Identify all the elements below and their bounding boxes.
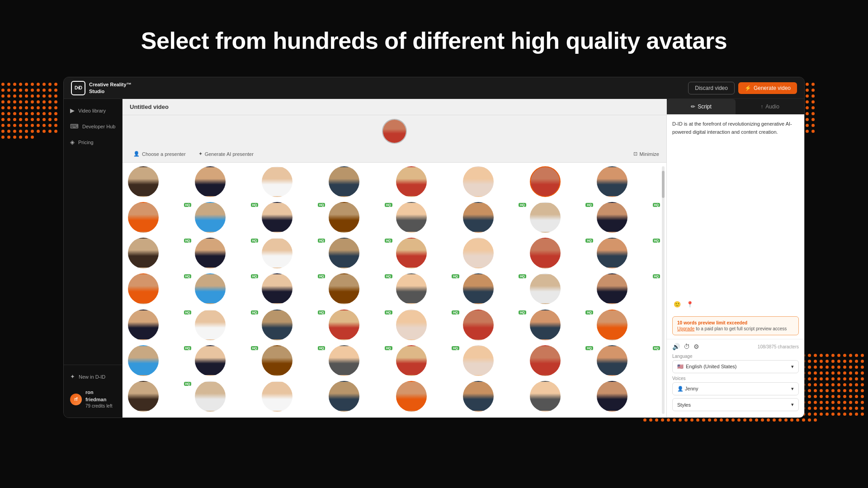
list-item[interactable]: HQ bbox=[396, 273, 460, 306]
list-item[interactable] bbox=[530, 273, 594, 306]
list-item[interactable] bbox=[463, 166, 527, 199]
chevron-down-icon: ▾ bbox=[791, 364, 794, 370]
clock-icon[interactable]: ⏱ bbox=[684, 343, 690, 350]
list-item[interactable] bbox=[396, 238, 460, 271]
list-item[interactable]: HQ bbox=[128, 273, 192, 306]
emoji-icon[interactable]: 🙂 bbox=[672, 299, 682, 309]
pricing-icon: ◈ bbox=[70, 139, 75, 145]
list-item[interactable]: HQ bbox=[597, 273, 661, 306]
list-item[interactable] bbox=[195, 381, 259, 414]
tab-script[interactable]: ✏ Script bbox=[667, 99, 736, 114]
minimize-icon: ⊡ bbox=[633, 151, 637, 157]
list-item[interactable]: HQ bbox=[396, 310, 460, 343]
settings-icon[interactable]: ⚙ bbox=[693, 343, 699, 350]
editor-header: Untitled video bbox=[123, 99, 666, 115]
warning-box: 10 words preview limit exceeded Upgrade … bbox=[672, 316, 799, 335]
list-item[interactable] bbox=[262, 381, 326, 414]
new-icon: ✦ bbox=[70, 373, 75, 380]
avatar-grid: HQ HQ HQ HQ HQ HQ HQ HQ HQ HQ HQ HQ bbox=[123, 163, 666, 418]
sidebar: ▶ Video library ⌨ Developer Hub ◈ Pricin… bbox=[64, 99, 123, 418]
list-item[interactable]: HQ bbox=[128, 345, 192, 378]
app-window: D·iD Creative Reality™ Studio Discard vi… bbox=[63, 77, 805, 418]
list-item[interactable]: HQ bbox=[128, 238, 192, 271]
voice-select[interactable]: 👤 Jenny ▾ bbox=[672, 382, 799, 395]
logo-area: D·iD Creative Reality™ Studio bbox=[71, 81, 132, 95]
list-item[interactable]: HQ bbox=[597, 238, 661, 271]
list-item[interactable]: HQ bbox=[329, 202, 393, 235]
list-item[interactable] bbox=[329, 381, 393, 414]
list-item[interactable] bbox=[396, 381, 460, 414]
list-item[interactable] bbox=[530, 381, 594, 414]
list-item[interactable] bbox=[463, 381, 527, 414]
list-item[interactable]: HQ bbox=[329, 273, 393, 306]
list-item[interactable] bbox=[396, 202, 460, 235]
list-item[interactable]: HQ bbox=[530, 202, 594, 235]
generate-button[interactable]: ⚡ Generate video bbox=[738, 82, 797, 94]
style-select[interactable]: Styles ▾ bbox=[672, 398, 799, 411]
voices-label: Voices bbox=[672, 376, 799, 381]
editor-area: Untitled video 👤 Choose a presenter ✦ Ge… bbox=[123, 99, 666, 418]
scroll-thumb[interactable] bbox=[662, 171, 665, 198]
list-item[interactable]: HQ bbox=[597, 202, 661, 235]
list-item[interactable]: HQ bbox=[463, 273, 527, 306]
list-item[interactable]: HQ bbox=[195, 238, 259, 271]
discard-button[interactable]: Discard video bbox=[688, 82, 735, 94]
script-text: D-ID is at the forefront of revolutioniz… bbox=[672, 120, 799, 136]
minimize-btn[interactable]: ⊡ Minimize bbox=[633, 151, 659, 157]
list-item[interactable]: HQ bbox=[262, 345, 326, 378]
list-item[interactable]: HQ bbox=[262, 238, 326, 271]
location-icon[interactable]: 📍 bbox=[685, 299, 695, 309]
list-item[interactable] bbox=[329, 166, 393, 199]
video-library-icon: ▶ bbox=[70, 107, 75, 114]
list-item[interactable]: HQ bbox=[262, 202, 326, 235]
list-item[interactable]: HQ bbox=[128, 310, 192, 343]
list-item[interactable]: HQ bbox=[262, 273, 326, 306]
list-item[interactable] bbox=[128, 166, 192, 199]
person-icon: 👤 bbox=[133, 151, 140, 157]
list-item[interactable]: HQ bbox=[128, 381, 192, 414]
script-tab-icon: ✏ bbox=[691, 103, 695, 110]
list-item[interactable] bbox=[262, 166, 326, 199]
list-item[interactable]: HQ bbox=[329, 310, 393, 343]
list-item[interactable]: HQ bbox=[597, 345, 661, 378]
list-item[interactable] bbox=[597, 166, 661, 199]
warning-title: 10 words preview limit exceeded bbox=[677, 320, 794, 325]
language-select[interactable]: 🇺🇸English (United States) ▾ bbox=[672, 360, 799, 373]
list-item[interactable]: HQ bbox=[195, 202, 259, 235]
list-item[interactable] bbox=[597, 310, 661, 343]
list-item[interactable]: HQ bbox=[463, 202, 527, 235]
generate-ai-presenter-btn[interactable]: ✦ Generate AI presenter bbox=[195, 149, 257, 159]
list-item[interactable]: HQ bbox=[262, 310, 326, 343]
voice-section: Voices 👤 Jenny ▾ bbox=[672, 376, 799, 395]
list-item[interactable]: HQ bbox=[530, 310, 594, 343]
list-item[interactable]: HQ bbox=[128, 202, 192, 235]
sidebar-item-pricing[interactable]: ◈ Pricing bbox=[64, 134, 122, 150]
list-item[interactable]: HQ bbox=[530, 345, 594, 378]
audio-control-icon[interactable]: 🔊 bbox=[672, 343, 680, 350]
list-item[interactable]: HQ bbox=[195, 310, 259, 343]
scrollbar[interactable] bbox=[662, 166, 665, 414]
list-item[interactable]: HQ bbox=[329, 345, 393, 378]
language-label: Language bbox=[672, 354, 799, 359]
list-item[interactable]: HQ bbox=[195, 345, 259, 378]
list-item[interactable] bbox=[597, 381, 661, 414]
sidebar-item-video-library[interactable]: ▶ Video library bbox=[64, 103, 122, 118]
sidebar-item-developer-hub[interactable]: ⌨ Developer Hub bbox=[64, 118, 122, 134]
upgrade-link[interactable]: Upgrade bbox=[677, 326, 694, 331]
list-item[interactable]: HQ bbox=[195, 273, 259, 306]
list-item[interactable] bbox=[463, 238, 527, 271]
list-item[interactable] bbox=[396, 166, 460, 199]
tab-audio[interactable]: ↑ Audio bbox=[736, 99, 804, 114]
sidebar-item-new[interactable]: ✦ New in D-ID bbox=[64, 369, 122, 385]
content-area: ▶ Video library ⌨ Developer Hub ◈ Pricin… bbox=[64, 99, 804, 418]
list-item[interactable]: HQ bbox=[463, 310, 527, 343]
video-title: Untitled video bbox=[130, 103, 169, 110]
list-item[interactable] bbox=[195, 166, 259, 199]
list-item[interactable]: HQ bbox=[530, 238, 594, 271]
choose-presenter-btn[interactable]: 👤 Choose a presenter bbox=[130, 149, 189, 159]
list-item[interactable] bbox=[463, 345, 527, 378]
list-item[interactable]: HQ bbox=[396, 345, 460, 378]
page-headline: Select from hundreds of different high q… bbox=[0, 27, 868, 54]
list-item[interactable]: HQ bbox=[329, 238, 393, 271]
list-item[interactable] bbox=[530, 166, 594, 199]
